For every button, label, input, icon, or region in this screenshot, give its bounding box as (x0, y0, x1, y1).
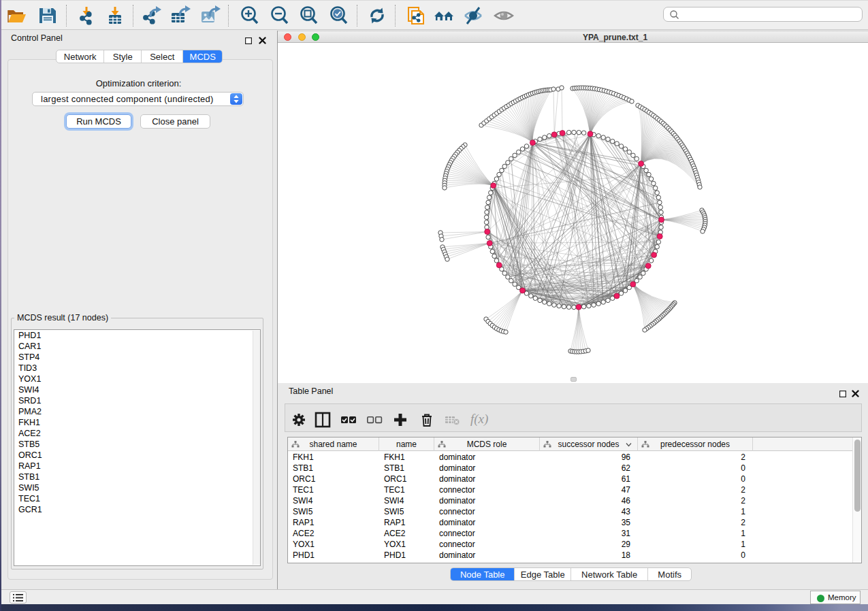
svg-text:f(x): f(x) (470, 412, 488, 427)
